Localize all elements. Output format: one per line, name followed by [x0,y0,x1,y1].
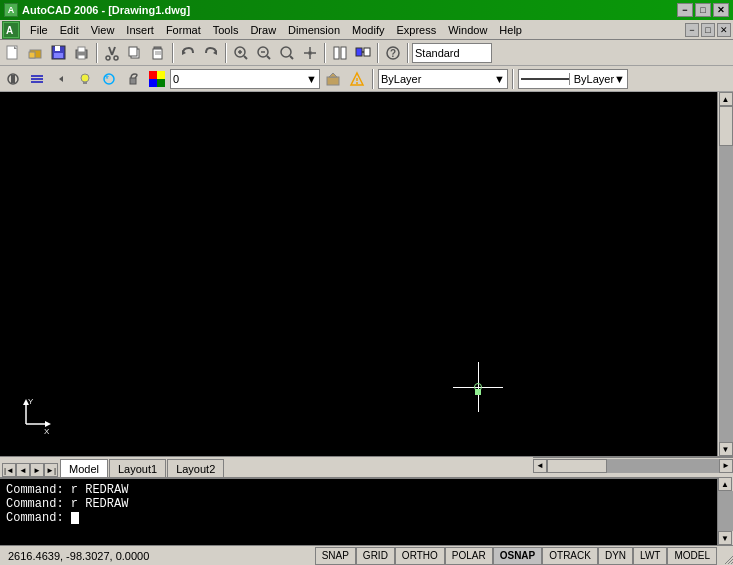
pan-button[interactable] [299,42,321,64]
svg-rect-55 [327,77,339,85]
grid-button[interactable]: GRID [356,547,395,565]
menu-bar: A File Edit View Insert Format Tools Dra… [0,20,733,40]
menu-file[interactable]: File [24,22,54,38]
svg-rect-7 [55,46,60,51]
lwt-button[interactable]: LWT [633,547,667,565]
close-button[interactable]: ✕ [713,3,729,17]
cmd-scroll-track[interactable] [718,491,733,531]
ortho-button[interactable]: ORTHO [395,547,445,565]
cmd-scroll-up-button[interactable]: ▲ [718,477,732,491]
tab-layout1-label: Layout1 [118,463,157,475]
cut-button[interactable] [101,42,123,64]
maximize-button[interactable]: □ [695,3,711,17]
menu-view[interactable]: View [85,22,121,38]
menu-format[interactable]: Format [160,22,207,38]
menu-modify[interactable]: Modify [346,22,390,38]
tab-first-button[interactable]: |◄ [2,463,16,477]
model-button[interactable]: MODEL [667,547,717,565]
layer-button[interactable] [26,68,48,90]
otrack-button[interactable]: OTRACK [542,547,598,565]
layer-toolbar-btn2[interactable] [322,68,344,90]
svg-point-59 [356,82,358,84]
cmd-scroll-down-button[interactable]: ▼ [718,531,732,545]
zoom-previous-button[interactable] [253,42,275,64]
osnap-button[interactable]: OSNAP [493,547,543,565]
scroll-left-button[interactable]: ◄ [533,459,547,473]
command-line-3: Command: [6,511,711,525]
tab-layout1[interactable]: Layout1 [109,459,166,477]
zoom-extents-button[interactable] [276,42,298,64]
v-scroll-track[interactable] [719,106,733,442]
polar-button[interactable]: POLAR [445,547,493,565]
svg-point-15 [114,56,118,60]
svg-rect-51 [149,71,157,79]
command-wrapper: Command: r REDRAW Command: r REDRAW Comm… [0,477,733,545]
help-button[interactable]: ? [382,42,404,64]
snap-button[interactable]: SNAP [315,547,356,565]
open-button[interactable] [25,42,47,64]
status-buttons: SNAP GRID ORTHO POLAR OSNAP OTRACK DYN L… [315,547,717,565]
coordinates-display: 2616.4639, -98.3027, 0.0000 [0,550,160,562]
tab-model[interactable]: Model [60,459,108,477]
tab-prev-button[interactable]: ◄ [16,463,30,477]
layer-state-button[interactable] [2,68,24,90]
dyn-button[interactable]: DYN [598,547,633,565]
color-dropdown[interactable]: ByLayer ▼ [378,69,508,89]
scroll-right-button[interactable]: ► [719,459,733,473]
tab-last-button[interactable]: ►| [44,463,58,477]
v-scroll-thumb[interactable] [719,106,733,146]
scroll-down-button[interactable]: ▼ [719,442,733,456]
new-button[interactable] [2,42,24,64]
inner-restore-button[interactable]: □ [701,23,715,37]
minimize-button[interactable]: − [677,3,693,17]
tab-layout2[interactable]: Layout2 [167,459,224,477]
app-icon: A [4,3,18,17]
tab-bar: |◄ ◄ ► ►| Model Layout1 Layout2 [0,457,533,477]
menu-edit[interactable]: Edit [54,22,85,38]
svg-point-31 [281,47,291,57]
menu-insert[interactable]: Insert [120,22,160,38]
layer-dropdown-arrow: ▼ [306,73,317,85]
properties-button[interactable] [329,42,351,64]
menu-draw[interactable]: Draw [244,22,282,38]
menu-help[interactable]: Help [493,22,528,38]
inner-window-controls: − □ ✕ [685,23,731,37]
snap-marker [475,389,481,395]
menu-window[interactable]: Window [442,22,493,38]
print-button[interactable] [71,42,93,64]
svg-line-13 [112,47,115,55]
undo-button[interactable] [177,42,199,64]
paste-button[interactable] [147,42,169,64]
svg-text:A: A [6,25,13,36]
menu-dimension[interactable]: Dimension [282,22,346,38]
svg-rect-54 [157,79,165,87]
svg-rect-45 [31,81,43,83]
svg-text:X: X [44,427,50,434]
h-scrollbar: ◄ ► [533,457,733,473]
drawing-canvas[interactable]: Y X [0,92,733,456]
svg-rect-35 [341,47,346,59]
v-scrollbar: ▲ ▼ [717,92,733,456]
separator-4 [324,43,326,63]
linetype-dropdown[interactable]: ByLayer ▼ [518,69,628,89]
zoom-window-button[interactable] [230,42,252,64]
layer-previous-button[interactable] [50,68,72,90]
separator-1 [96,43,98,63]
inner-minimize-button[interactable]: − [685,23,699,37]
match-properties-button[interactable] [352,42,374,64]
separator-props-2 [512,69,514,89]
redo-button[interactable] [200,42,222,64]
layer-dropdown[interactable]: 0 ▼ [170,69,320,89]
h-scroll-thumb[interactable] [547,459,607,473]
menu-express[interactable]: Express [390,22,442,38]
scroll-up-button[interactable]: ▲ [719,92,733,106]
h-scroll-track[interactable] [547,459,719,473]
copy-button[interactable] [124,42,146,64]
layer-toolbar-btn3[interactable] [346,68,368,90]
crosshair-vertical [478,362,479,412]
standard-combo[interactable]: Standard [412,43,492,63]
save-button[interactable] [48,42,70,64]
inner-close-button[interactable]: ✕ [717,23,731,37]
tab-next-button[interactable]: ► [30,463,44,477]
menu-tools[interactable]: Tools [207,22,245,38]
